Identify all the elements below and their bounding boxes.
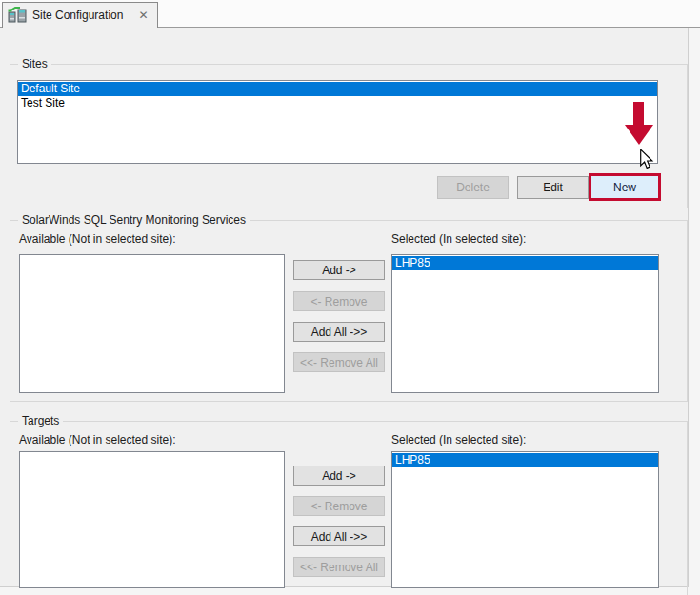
list-item[interactable]: LHP85 — [392, 453, 658, 467]
edit-site-button[interactable]: Edit — [517, 176, 589, 199]
services-available-label: Available (Not in selected site): — [19, 232, 176, 246]
sites-listbox[interactable]: Default SiteTest Site — [17, 80, 658, 164]
tab-site-configuration[interactable]: Site Configuration ✕ — [2, 2, 158, 29]
monitoring-services-group-label: SolarWinds SQL Sentry Monitoring Service… — [18, 213, 250, 227]
sites-groupbox: Sites Default SiteTest Site Delete Edit … — [10, 64, 688, 208]
targets-remove-button[interactable]: <- Remove — [293, 496, 385, 516]
targets-selected-listbox[interactable]: LHP85 — [391, 451, 659, 588]
targets-add-all-button[interactable]: Add All ->> — [293, 526, 385, 546]
site-configuration-window: Site Configuration ✕ Sites Default SiteT… — [0, 0, 700, 595]
targets-group-label: Targets — [18, 414, 63, 427]
new-button-highlight-box: New — [589, 173, 661, 201]
site-configuration-panel: Sites Default SiteTest Site Delete Edit … — [0, 28, 689, 587]
mouse-cursor-icon — [637, 149, 655, 172]
services-selected-listbox[interactable]: LHP85 — [391, 254, 659, 393]
tab-strip: Site Configuration ✕ — [0, 0, 700, 28]
new-site-button[interactable]: New — [591, 176, 658, 198]
list-item[interactable]: Test Site — [18, 96, 657, 110]
services-remove-button[interactable]: <- Remove — [293, 291, 385, 311]
services-add-all-button[interactable]: Add All ->> — [293, 322, 385, 342]
services-available-listbox[interactable] — [19, 254, 285, 393]
tab-close-icon[interactable]: ✕ — [138, 10, 148, 21]
sites-group-label: Sites — [18, 57, 51, 70]
sites-icon — [8, 7, 27, 24]
targets-add-button[interactable]: Add -> — [293, 466, 385, 486]
list-item[interactable]: LHP85 — [392, 256, 658, 270]
annotation-arrow-head — [625, 125, 653, 145]
targets-remove-all-button[interactable]: <<- Remove All — [293, 557, 385, 577]
services-add-button[interactable]: Add -> — [293, 260, 385, 280]
targets-available-label: Available (Not in selected site): — [19, 433, 176, 446]
delete-site-button[interactable]: Delete — [437, 176, 509, 199]
services-selected-label: Selected (In selected site): — [391, 232, 526, 246]
tab-title: Site Configuration — [32, 9, 123, 22]
list-item[interactable]: Default Site — [18, 82, 657, 96]
services-remove-all-button[interactable]: <<- Remove All — [293, 352, 385, 372]
targets-groupbox: Targets Available (Not in selected site)… — [10, 421, 688, 595]
annotation-arrow — [633, 102, 644, 126]
targets-selected-label: Selected (In selected site): — [391, 433, 526, 446]
targets-available-listbox[interactable] — [19, 451, 285, 588]
monitoring-services-groupbox: SolarWinds SQL Sentry Monitoring Service… — [10, 220, 688, 402]
